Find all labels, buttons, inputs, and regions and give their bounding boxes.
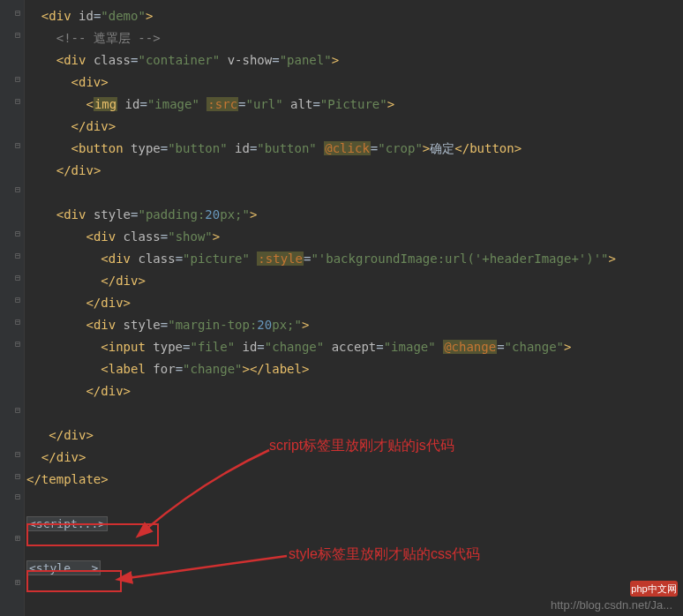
code-line (26, 402, 683, 424)
fold-toggle[interactable]: ⊟ (13, 185, 22, 194)
fold-toggle[interactable]: ⊟ (13, 340, 22, 349)
code-editor[interactable]: <div id="demo"> <!-- 遮罩层 --> <div class=… (26, 0, 683, 579)
code-line: <input type="file" id="change" accept="i… (26, 336, 683, 358)
fold-toggle[interactable]: ⊟ (13, 97, 22, 106)
fold-toggle[interactable]: ⊟ (13, 75, 22, 84)
highlight-box-script (26, 523, 159, 546)
code-line: </div> (26, 270, 683, 292)
code-line (26, 491, 683, 513)
code-line: <label for="change"></label> (26, 358, 683, 380)
fold-toggle[interactable]: ⊟ (13, 406, 22, 415)
code-line: <!-- 遮罩层 --> (26, 27, 683, 49)
code-line: <img id="image" :src="url" alt="Picture"… (26, 94, 683, 116)
code-line: <div class="container" v-show="panel"> (26, 49, 683, 71)
code-line: <div style="padding:20px;"> (26, 204, 683, 226)
fold-toggle[interactable]: ⊟ (13, 252, 22, 260)
fold-toggle[interactable]: ⊟ (13, 318, 22, 327)
annotation-style: style标签里放刚才贴的css代码 (289, 545, 480, 564)
fold-toggle[interactable]: ⊟ (13, 472, 22, 481)
watermark-badge: php中文网 (630, 581, 678, 597)
fold-toggle[interactable]: ⊟ (13, 450, 22, 459)
fold-toggle[interactable]: ⊟ (13, 274, 22, 282)
code-line: <div id="demo"> (26, 5, 683, 27)
editor-gutter: ⊟ ⊟ ⊟ ⊟ ⊟ ⊟ ⊟ ⊟ ⊟ ⊟ ⊟ ⊟ ⊟ ⊟ ⊟ ⊟ ⊞ ⊞ (0, 0, 25, 616)
fold-expand[interactable]: ⊞ (13, 578, 22, 587)
code-line: </div> (26, 160, 683, 182)
code-line: <div> (26, 71, 683, 94)
fold-toggle[interactable]: ⊟ (13, 31, 22, 40)
watermark-url: http://blog.csdn.net/Ja... (551, 598, 672, 612)
fold-toggle[interactable]: ⊟ (13, 141, 22, 150)
code-line: <button type="button" id="button" @click… (26, 138, 683, 160)
fold-toggle[interactable]: ⊟ (13, 296, 22, 304)
fold-toggle[interactable]: ⊟ (13, 229, 22, 238)
code-line: <div style="margin-top:20px;"> (26, 314, 683, 336)
highlight-box-style (26, 570, 122, 592)
code-line: </div> (26, 292, 683, 314)
code-line: </div> (26, 116, 683, 138)
code-line (26, 182, 683, 204)
fold-toggle[interactable]: ⊟ (13, 9, 22, 18)
annotation-script: script标签里放刚才贴的js代码 (269, 437, 454, 455)
code-line: <div class="picture" :style="'background… (26, 248, 683, 270)
code-line: </template> (26, 469, 683, 491)
code-line: <div class="show"> (26, 226, 683, 248)
fold-expand[interactable]: ⊞ (13, 534, 22, 543)
code-line: </div> (26, 380, 683, 402)
fold-toggle[interactable]: ⊟ (13, 492, 22, 501)
